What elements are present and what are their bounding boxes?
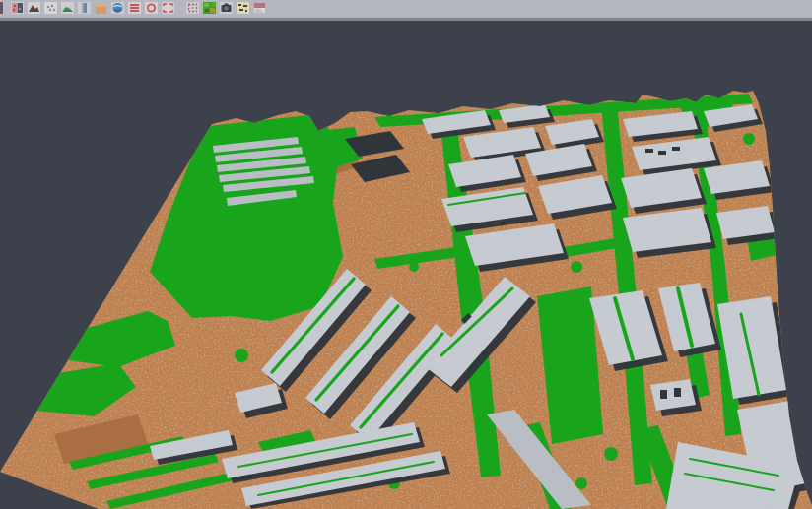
application-window	[0, 0, 812, 509]
clipped-edge-tool-icon[interactable]	[0, 1, 7, 15]
profile-column-tool-icon[interactable]	[78, 1, 91, 15]
orthophoto-tool-icon[interactable]	[95, 1, 107, 15]
3d-viewport[interactable]	[0, 21, 812, 509]
red-circle-tool-icon[interactable]	[145, 1, 158, 15]
registration-tool-icon[interactable]	[11, 1, 24, 15]
crop-tool-icon[interactable]	[186, 1, 199, 15]
toolbar	[0, 0, 812, 21]
point-cloud-tool-icon[interactable]	[44, 1, 57, 15]
selection-frame-tool-icon[interactable]	[162, 1, 174, 15]
classified-map-tool-icon[interactable]	[203, 1, 216, 15]
mountain-view-tool-icon[interactable]	[28, 1, 40, 15]
camera-tool-icon[interactable]	[220, 1, 233, 15]
red-list-tool-icon[interactable]	[128, 1, 141, 15]
globe-tool-icon[interactable]	[111, 1, 124, 15]
point-cloud-scene	[0, 21, 812, 509]
terrain-tool-icon[interactable]	[61, 1, 74, 15]
dark-speckle	[0, 80, 812, 509]
flag-tool-icon[interactable]	[253, 1, 266, 15]
annotation-tool-icon[interactable]	[237, 1, 249, 15]
